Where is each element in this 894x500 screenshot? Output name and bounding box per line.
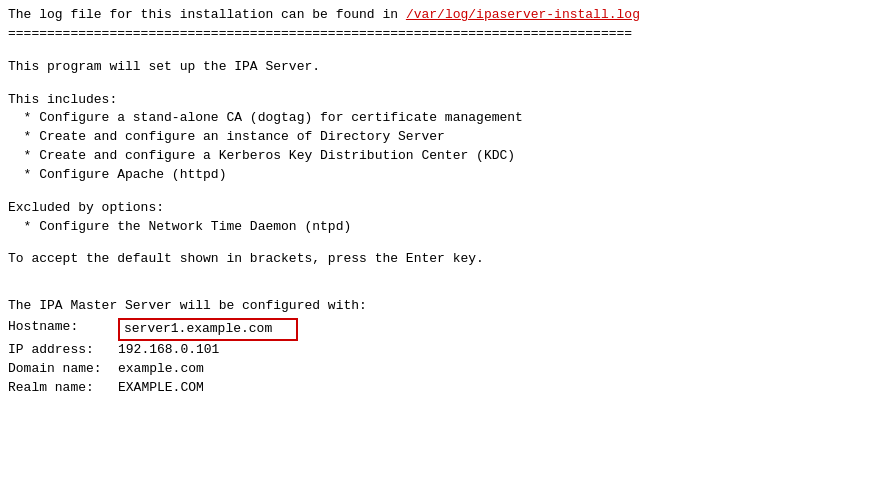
realm-row: Realm name: EXAMPLE.COM <box>8 379 886 398</box>
hostname-value-box: server1.example.com <box>118 318 298 341</box>
config-table: Hostname: server1.example.com IP address… <box>8 318 886 397</box>
includes-apache: * Configure Apache (httpd) <box>8 166 886 185</box>
log-prefix: The log file for this installation can b… <box>8 7 336 22</box>
ip-label: IP address: <box>8 341 118 360</box>
includes-header: This includes: <box>8 91 886 110</box>
hostname-row: Hostname: server1.example.com <box>8 318 886 341</box>
log-path[interactable]: /var/log/ipaserver-install.log <box>406 7 640 22</box>
excluded-header: Excluded by options: <box>8 199 886 218</box>
accept-default-line: To accept the default shown in brackets,… <box>8 250 886 269</box>
ipa-master-header: The IPA Master Server will be configured… <box>8 297 886 316</box>
includes-kdc: * Create and configure a Kerberos Key Di… <box>8 147 886 166</box>
excluded-ntpd: * Configure the Network Time Daemon (ntp… <box>8 218 886 237</box>
divider-line: ========================================… <box>8 25 886 44</box>
ip-row: IP address: 192.168.0.101 <box>8 341 886 360</box>
domain-value: example.com <box>118 360 204 379</box>
domain-label: Domain name: <box>8 360 118 379</box>
hostname-value: server1.example.com <box>124 320 272 339</box>
setup-line: This program will set up the IPA Server. <box>8 58 886 77</box>
hostname-label: Hostname: <box>8 318 118 341</box>
realm-label: Realm name: <box>8 379 118 398</box>
log-file-line: The log file for this installation can b… <box>8 6 886 25</box>
log-in-text: in <box>375 7 406 22</box>
includes-ca: * Configure a stand-alone CA (dogtag) fo… <box>8 109 886 128</box>
terminal-output: The log file for this installation can b… <box>8 6 886 398</box>
realm-value: EXAMPLE.COM <box>118 379 204 398</box>
domain-row: Domain name: example.com <box>8 360 886 379</box>
found-text: found <box>336 7 375 22</box>
ip-value: 192.168.0.101 <box>118 341 219 360</box>
includes-ds: * Create and configure an instance of Di… <box>8 128 886 147</box>
